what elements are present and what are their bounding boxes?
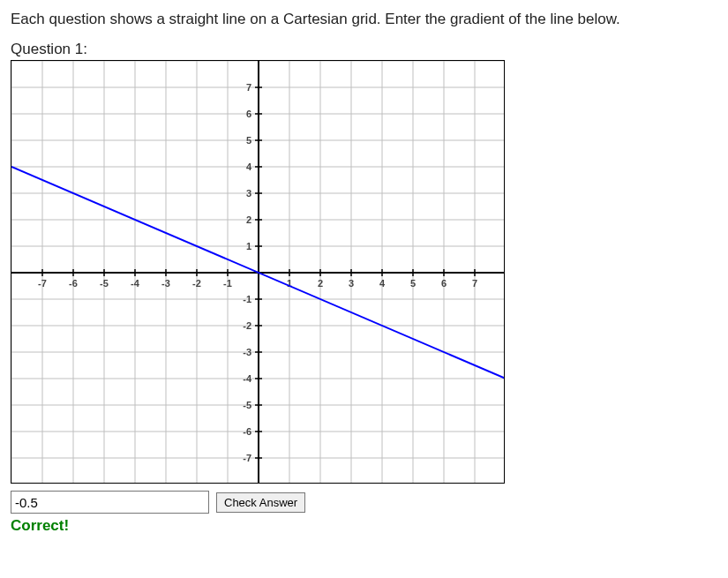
svg-text:-3: -3 (161, 278, 170, 289)
svg-text:3: 3 (349, 278, 354, 289)
cartesian-grid: -7-6-5-4-3-2-11234567-7-6-5-4-3-2-112345… (11, 60, 505, 484)
svg-text:-1: -1 (223, 278, 232, 289)
gradient-input[interactable] (11, 491, 209, 514)
check-answer-button[interactable]: Check Answer (216, 492, 305, 513)
feedback-text: Correct! (11, 517, 717, 535)
svg-text:7: 7 (246, 82, 251, 93)
svg-text:7: 7 (472, 278, 477, 289)
svg-text:-4: -4 (131, 278, 140, 289)
svg-text:-7: -7 (243, 453, 251, 463)
svg-text:6: 6 (441, 278, 447, 289)
svg-text:1: 1 (246, 241, 251, 251)
svg-text:5: 5 (246, 135, 251, 146)
question-label: Question 1: (11, 41, 717, 58)
svg-text:-5: -5 (100, 278, 109, 289)
answer-row: Check Answer (11, 491, 717, 514)
svg-text:-2: -2 (192, 278, 201, 289)
svg-text:-4: -4 (243, 373, 252, 384)
cartesian-grid-svg: -7-6-5-4-3-2-11234567-7-6-5-4-3-2-112345… (11, 61, 505, 484)
svg-text:-2: -2 (243, 320, 251, 331)
svg-text:-3: -3 (243, 347, 251, 357)
svg-text:-6: -6 (243, 426, 251, 437)
svg-text:2: 2 (246, 214, 251, 225)
svg-text:4: 4 (379, 278, 386, 289)
svg-text:6: 6 (246, 109, 251, 119)
instructions-text: Each question shows a straight line on a… (11, 11, 717, 28)
svg-text:-1: -1 (243, 294, 251, 304)
svg-text:-7: -7 (38, 278, 47, 289)
svg-text:-6: -6 (69, 278, 78, 289)
svg-text:5: 5 (410, 278, 416, 289)
svg-text:3: 3 (246, 188, 251, 199)
svg-text:-5: -5 (243, 400, 251, 410)
svg-text:2: 2 (318, 278, 323, 289)
svg-text:4: 4 (246, 161, 252, 172)
